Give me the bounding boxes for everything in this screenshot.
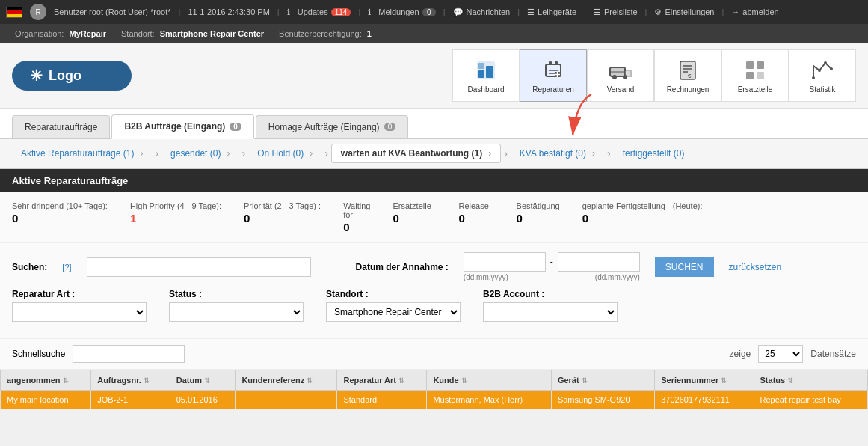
nav-reparaturen[interactable]: Reparaturen [520, 49, 587, 102]
svg-point-26 [812, 76, 815, 79]
stat-sehr-dringend: Sehr dringend (10+ Tage): 0 [12, 201, 108, 224]
standort-label: Standort: Smartphone Repair Center [121, 29, 264, 38]
nav-rechnungen-label: Rechnungen [667, 85, 710, 94]
col-auftragsnr[interactable]: Auftragsnr. ⇅ [91, 370, 170, 391]
col-geraet[interactable]: Gerät ⇅ [551, 370, 654, 391]
flag-icon [6, 7, 22, 18]
section-header: Aktive Reparaturaufträge [0, 169, 868, 192]
standort-select[interactable]: Smartphone Repair Center [326, 302, 461, 322]
svg-point-28 [824, 61, 827, 64]
nav-icons: Dashboard Reparaturen [452, 49, 856, 102]
tab-b2b-badge: 0 [230, 123, 241, 131]
col-angenommen[interactable]: angenommen ⇅ [1, 370, 91, 391]
gear-icon: ⚙ [654, 7, 662, 17]
search-input[interactable] [87, 257, 311, 277]
help-link[interactable]: [?] [62, 263, 71, 272]
b2b-select[interactable] [483, 302, 618, 322]
nav-versand-label: Versand [607, 85, 635, 94]
col-kundenreferenz[interactable]: Kundenreferenz ⇅ [236, 370, 337, 391]
preisliste-link[interactable]: ☰ Preisliste [594, 7, 638, 17]
svg-rect-2 [486, 66, 493, 78]
meldungen-link[interactable]: Meldungen 0 [378, 7, 435, 16]
date-range: - (dd.mm.yyyy) (dd.mm.yyyy) [464, 252, 640, 281]
subtab-aktive[interactable]: Aktive Reparaturaufträge (1) [12, 144, 152, 162]
svg-rect-23 [757, 61, 764, 69]
einstellungen-link[interactable]: ⚙ Einstellungen [654, 7, 714, 17]
status-select[interactable] [169, 302, 304, 322]
content-area: Aktive Reparaturaufträge Sehr dringend (… [0, 169, 868, 409]
nav-dashboard[interactable]: Dashboard [452, 49, 520, 102]
subtab-warten[interactable]: warten auf KVA Beantwortung (1) [331, 144, 501, 163]
date-hint-to: (dd.mm.yyyy) [595, 273, 640, 281]
svg-rect-5 [549, 61, 552, 65]
col-status[interactable]: Status ⇅ [754, 370, 867, 391]
svg-point-14 [612, 75, 617, 79]
nav-reparaturen-label: Reparaturen [532, 85, 574, 94]
nav-rechnungen[interactable]: € Rechnungen [654, 49, 721, 102]
menu-icon: ☰ [527, 7, 535, 17]
reparatur-art-label: Reparatur Art : [12, 289, 147, 299]
status-label: Status : [169, 289, 304, 299]
datensaetze-label: Datensätze [810, 349, 856, 359]
col-datum[interactable]: Datum ⇅ [170, 370, 236, 391]
status-group: Status : [169, 289, 304, 322]
reparatur-art-select[interactable] [12, 302, 147, 322]
svg-rect-25 [757, 72, 764, 79]
subtab-onhold[interactable]: On Hold (0) [248, 144, 321, 162]
leihgeraete-link[interactable]: ☰ Leihgeräte [527, 7, 576, 17]
chat-icon: 💬 [453, 7, 464, 17]
updates-badge: 114 [331, 8, 351, 16]
date-from-input[interactable] [464, 252, 546, 272]
repairs-table: angenommen ⇅ Auftragsnr. ⇅ Datum ⇅ Kunde… [0, 370, 868, 409]
abmelden-link[interactable]: → abmelden [731, 7, 778, 16]
username: Benutzer root (Root User) *root* [54, 7, 171, 16]
logo-symbol: ✳ [30, 67, 43, 85]
datum-group: Datum der Annahme : [356, 262, 449, 272]
subbar: Organisation: MyRepair Standort: Smartph… [0, 24, 868, 43]
zeige-label: zeige [730, 349, 751, 359]
tab-homage[interactable]: Homage Aufträge (Eingang) 0 [256, 115, 408, 138]
berechtigung-label: Benutzerberechtigung: 1 [279, 29, 372, 38]
datetime: 11-1-2016 2:43:30 PM [188, 7, 269, 16]
logo[interactable]: ✳ Logo [12, 61, 132, 91]
stat-waiting: Waitingfor: 0 [343, 201, 370, 233]
zeige-select[interactable]: 25 50 100 [758, 345, 803, 363]
svg-point-29 [830, 67, 833, 70]
svg-rect-1 [478, 70, 484, 78]
tab-reparaturauftraege[interactable]: Reparaturaufträge [12, 115, 110, 138]
schnellsuche-input[interactable] [73, 345, 185, 363]
col-kunde[interactable]: Kunde ⇅ [427, 370, 551, 391]
arrow-right-icon: → [731, 7, 739, 16]
schnellsuche-label: Schnellsuche [12, 349, 65, 359]
svg-point-15 [623, 75, 627, 79]
subtab-kva[interactable]: KVA bestätigt (0) [511, 144, 604, 162]
reset-button[interactable]: zurücksetzen [729, 262, 782, 272]
nav-versand[interactable]: Versand [587, 49, 654, 102]
tab-homage-badge: 0 [384, 123, 396, 131]
nav-ersatzteile[interactable]: Ersatzteile [721, 49, 789, 102]
col-reparatur-art[interactable]: Reparatur Art ⇅ [337, 370, 427, 391]
berechtigung-value: 1 [367, 29, 372, 38]
tab-b2b[interactable]: B2B Aufträge (Eingang) 0 [111, 114, 253, 139]
nav-dashboard-label: Dashboard [468, 85, 505, 94]
col-seriennummer[interactable]: Seriennummer ⇅ [655, 370, 754, 391]
stat-prioritaet: Priorität (2 - 3 Tage) : 0 [244, 201, 321, 224]
b2b-label: B2B Account : [483, 289, 618, 299]
standort-value: Smartphone Repair Center [160, 29, 264, 38]
datum-label: Datum der Annahme : [356, 262, 449, 272]
search-button[interactable]: SUCHEN [655, 257, 714, 277]
nav-statistik[interactable]: Statistik [789, 49, 856, 102]
subtabs-area: Aktive Reparaturaufträge (1) › gesendet … [0, 139, 868, 169]
svg-rect-6 [555, 61, 558, 65]
date-to-input[interactable] [558, 252, 640, 272]
table-row[interactable]: My main locationJOB-2-105.01.2016Standar… [1, 391, 868, 409]
logo-text: Logo [49, 68, 81, 84]
info-icon: ℹ [287, 7, 290, 17]
stat-release: Release - 0 [458, 201, 493, 224]
table-area: angenommen ⇅ Auftragsnr. ⇅ Datum ⇅ Kunde… [0, 370, 868, 409]
nachrichten-link[interactable]: 💬 Nachrichten [453, 7, 511, 17]
subtab-gesendet[interactable]: gesendet (0) [161, 144, 238, 162]
updates-link[interactable]: Updates 114 [298, 7, 351, 16]
subtab-fertiggestellt[interactable]: fertiggestellt (0) [614, 144, 700, 162]
stats-row: Sehr dringend (10+ Tage): 0 High Priorit… [0, 192, 868, 243]
